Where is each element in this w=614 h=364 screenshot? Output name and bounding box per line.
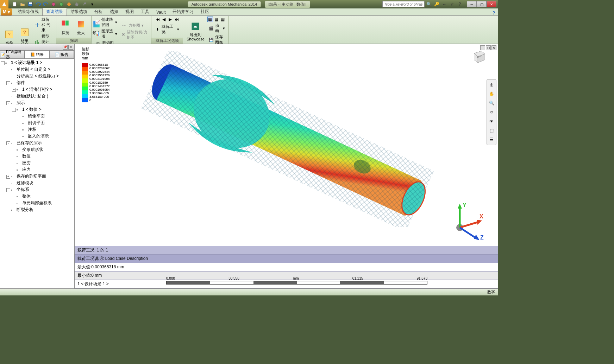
tree-label[interactable]: 部件 [17,80,25,85]
tree-label[interactable]: 已保存的演示 [17,140,42,145]
tree-toggle-icon[interactable]: - [6,101,10,105]
ribbon-tab[interactable]: 结果选项 [67,8,91,15]
tree-node[interactable]: ▫断裂分析 [1,206,73,213]
ribbon-tab[interactable]: Vault [153,9,169,15]
clear-cut-plot-button[interactable]: ✖清除剪切/力矩图 [120,29,149,40]
tree-label[interactable]: 应力 [22,167,31,172]
tree-label[interactable]: 分析类型 < 线性静力 > [17,74,59,78]
key-icon[interactable]: 🔑 [433,1,440,7]
capture1-icon[interactable]: ▦ [207,17,213,22]
tree-node[interactable]: +▫保存的剖切平面 [1,173,73,180]
tree-node[interactable]: ▫分析类型 < 线性静力 > [1,73,73,79]
undo-icon[interactable] [35,1,42,8]
nav-select-icon[interactable]: ⬚ [488,127,495,134]
search-input[interactable] [382,1,425,7]
tree-label[interactable]: 单位制 < 自定义 > [17,67,50,72]
tree-label[interactable]: 变形后形状 [22,147,43,152]
panel-tab-report[interactable]: 📄报告 [49,50,74,59]
panel-close-icon[interactable]: ✕ [68,45,73,50]
tree-label[interactable]: 1 < 数值 > [22,107,42,112]
tree-node[interactable]: ▫嵌入的演示 [1,133,73,140]
tree-label[interactable]: 镜像平面 [28,114,45,119]
open-icon[interactable] [19,1,26,8]
tree-node[interactable]: ▫注释 [1,126,73,133]
tree-label[interactable]: 1 < 渭海轩祀? > [22,87,52,92]
tree-node[interactable]: ▫镜像平面 [1,113,73,120]
maximize-button[interactable]: ▢ [477,1,487,7]
tree-label[interactable]: 接触(默认: 粘合 ) [17,94,48,98]
ribbon-tab[interactable]: 结果等值线 [14,8,42,15]
vp-close-icon[interactable]: ✕ [491,45,496,50]
plot-options-button[interactable]: 📊图形选项 ▾ [94,28,119,39]
nav-orbit-icon[interactable]: ⟲ [488,108,495,116]
tree-label[interactable]: 数值 [22,154,31,159]
ribbon-tab[interactable]: 选择 [106,8,122,15]
box-icon[interactable] [58,1,65,8]
redo-icon[interactable] [42,1,49,8]
tree-label[interactable]: 剖切平面 [28,120,45,125]
nav-wheel-icon[interactable]: ◎ [488,81,495,89]
tree-node[interactable]: -▫部件 [1,79,73,86]
new-icon[interactable] [11,1,18,8]
tree-node[interactable]: ▫应力 [1,166,73,173]
prev-icon[interactable]: ◀ [161,17,167,22]
viewcube[interactable]: LEFT [470,47,487,65]
ribbon-tab[interactable]: 视图 [122,8,137,15]
max-button[interactable]: 最大 [74,18,88,36]
binoculars-icon[interactable]: 🔍 [425,1,432,7]
capture2-icon[interactable]: ▦ [214,17,219,22]
nav-pan-icon[interactable]: ✋ [488,90,495,98]
nav-more-icon[interactable]: ☰ [488,136,495,143]
tree-toggle-icon[interactable]: - [6,81,10,85]
tree-node[interactable]: -▫演示 [1,100,73,106]
create-path-plot-button[interactable]: 📈创建路径图 ▾ [94,17,119,28]
tree-node[interactable]: ▫接触(默认: 粘合 ) [1,93,73,100]
tree-node[interactable]: ▫数值 [1,153,73,160]
panel-pin-icon[interactable]: 📌 [63,45,68,50]
dropdown-icon[interactable]: ▾ [89,1,96,8]
panel-tab-results[interactable]: 📙结果 [25,50,49,59]
main-menu-button[interactable]: M ▾ [1,8,12,15]
tree-node[interactable]: -▫1 < 设计场景 1 > [1,59,73,66]
ribbon-tab[interactable]: 社区 [197,8,213,15]
tree-label[interactable]: 坐标系 [17,187,29,192]
tree-node[interactable]: ▫过滤模块 [1,180,73,186]
ribbon-tab[interactable]: 查询结果 [42,8,67,15]
tree-node[interactable]: -▫坐标系 [1,186,73,193]
tree-label[interactable]: 单元局部坐标系 [22,200,52,205]
tree-node[interactable]: ▫整体 [1,193,73,200]
tree-toggle-icon[interactable]: - [1,61,5,65]
tree-label[interactable]: 应变 [22,160,31,165]
tree-toggle-icon[interactable]: + [6,175,10,179]
tree-node[interactable]: ▫单元局部坐标系 [1,200,73,206]
tree-toggle-icon[interactable]: - [6,141,10,145]
tree-label[interactable]: 整体 [22,194,31,199]
load-case-button[interactable]: ⬇载荷工况 ▾ [154,24,181,35]
nav-zoom-icon[interactable]: 🔍 [488,99,495,107]
star2-icon[interactable]: ☆ [449,1,456,7]
wrench-icon[interactable] [81,1,88,8]
panel-tab-fea[interactable]: 📝FEA编辑器 [0,50,25,59]
last-icon[interactable]: ⏭ [174,17,180,22]
tree-node[interactable]: +▫1 < 渭海轩祀? > [1,86,73,93]
tree-node[interactable]: ▫单位制 < 自定义 > [1,66,73,73]
capture3-icon[interactable]: ▦ [220,17,226,22]
3d-viewport[interactable]: ─ ▢ ✕ 位移 数值 mm 0.0003653180.00032878620.… [75,44,498,246]
tree-label[interactable]: 保存的剖切平面 [17,174,46,179]
first-icon[interactable]: ⏮ [155,17,161,22]
tree-label[interactable]: 注释 [28,127,36,132]
model-tree[interactable]: -▫1 < 设计场景 1 >▫单位制 < 自定义 >▫分析类型 < 线性静力 >… [0,59,74,288]
cube-icon[interactable] [50,1,57,8]
tree-toggle-icon[interactable]: + [12,88,16,92]
minimize-button[interactable]: ─ [467,1,477,7]
tree-label[interactable]: 演示 [17,100,25,105]
probe-button[interactable]: 探测 [58,18,73,36]
tree-node[interactable]: -▫已保存的演示 [1,140,73,146]
tree-node[interactable]: ▫变形后形状 [1,146,73,153]
app-menu-icon[interactable] [0,0,8,8]
save-icon[interactable] [27,1,34,8]
animation-button[interactable]: 🎬动画 ▾ [207,23,226,34]
close-button[interactable]: ✕ [487,1,496,7]
next-icon[interactable]: ▶ [168,17,173,22]
ribbon-help-icon[interactable]: ? [493,11,495,15]
